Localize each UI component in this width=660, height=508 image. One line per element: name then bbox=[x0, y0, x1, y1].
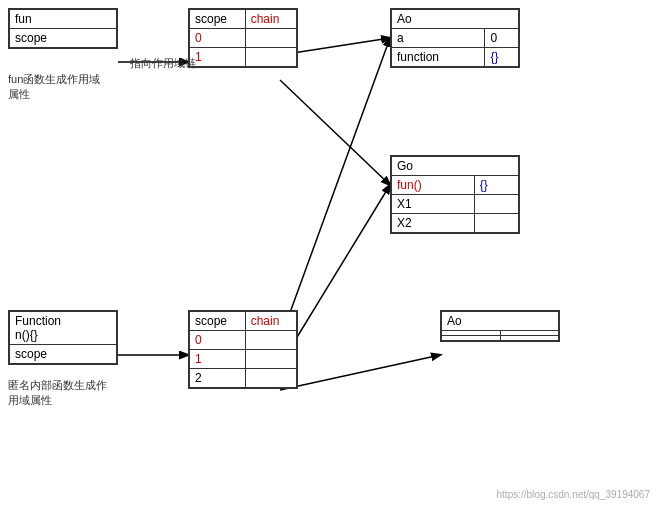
ao-row0-val: 0 bbox=[485, 29, 519, 48]
diagram: fun scope fun函数生成作用域属性 scope chain 0 1 指… bbox=[0, 0, 660, 508]
scope-row1: 1 bbox=[190, 48, 246, 67]
svg-line-6 bbox=[280, 355, 440, 390]
go-row1-key: X1 bbox=[392, 195, 475, 214]
go-row1-val bbox=[474, 195, 518, 214]
bottom-scope-header: scope bbox=[190, 312, 246, 331]
go-row0-val: {} bbox=[474, 176, 518, 195]
pointer-label: 指向作用域链 bbox=[130, 56, 196, 71]
bottom-chain-header: chain bbox=[245, 312, 296, 331]
go-row2-key: X2 bbox=[392, 214, 475, 233]
ao-row1-val: {} bbox=[485, 48, 519, 67]
go-row0-key: fun() bbox=[392, 176, 475, 195]
bottom-chain-row0 bbox=[245, 331, 296, 350]
function-description: 匿名内部函数生成作用域属性 bbox=[8, 378, 107, 409]
fun-box: fun scope bbox=[8, 8, 118, 49]
bottom-chain-row2 bbox=[245, 369, 296, 388]
ao-row1-key: function bbox=[392, 48, 485, 67]
chain-row1 bbox=[245, 48, 296, 67]
svg-line-4 bbox=[280, 38, 390, 340]
bottom-scope-row2: 2 bbox=[190, 369, 246, 388]
chain-row0 bbox=[245, 29, 296, 48]
ao-row0-key: a bbox=[392, 29, 485, 48]
bottom-ao-box: Ao bbox=[440, 310, 560, 342]
bottom-scope-row1: 1 bbox=[190, 350, 246, 369]
bottom-ao-title: Ao bbox=[442, 312, 559, 331]
svg-line-2 bbox=[280, 80, 390, 185]
go-box: Go fun() {} X1 X2 bbox=[390, 155, 520, 234]
top-ao-box: Ao a 0 function {} bbox=[390, 8, 520, 68]
fun-description: fun函数生成作用域属性 bbox=[8, 72, 100, 103]
watermark: https://blog.csdn.net/qq_39194067 bbox=[497, 489, 650, 500]
bottom-scope-chain-box: scope chain 0 1 2 bbox=[188, 310, 298, 389]
scope-header: scope bbox=[190, 10, 246, 29]
function-box: Functionn(){} scope bbox=[8, 310, 118, 365]
function-scope-label: scope bbox=[10, 345, 117, 364]
function-label: Functionn(){} bbox=[10, 312, 117, 345]
fun-label: fun bbox=[10, 10, 117, 29]
fun-scope-label: scope bbox=[10, 29, 117, 48]
ao-title: Ao bbox=[392, 10, 519, 29]
go-row2-val bbox=[474, 214, 518, 233]
bottom-chain-row1 bbox=[245, 350, 296, 369]
go-title: Go bbox=[392, 157, 519, 176]
bottom-ao-row1-key bbox=[442, 336, 501, 341]
chain-header: chain bbox=[245, 10, 296, 29]
top-scope-chain-box: scope chain 0 1 bbox=[188, 8, 298, 68]
bottom-scope-row0: 0 bbox=[190, 331, 246, 350]
bottom-ao-row1-val bbox=[500, 336, 559, 341]
scope-row0: 0 bbox=[190, 29, 246, 48]
